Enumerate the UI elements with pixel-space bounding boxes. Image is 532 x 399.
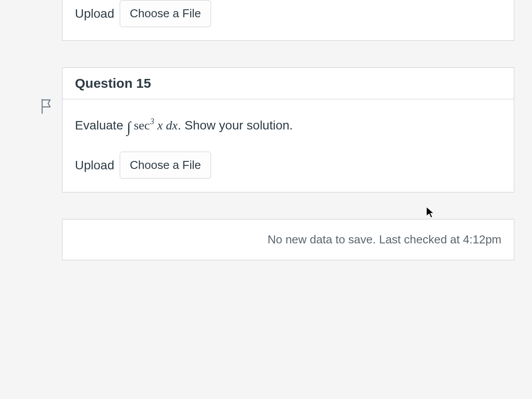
prompt-prefix: Evaluate: [75, 118, 127, 132]
save-status-text: No new data to save. Last checked at 4:1…: [267, 233, 501, 246]
save-status-bar: No new data to save. Last checked at 4:1…: [62, 219, 514, 260]
question-title: Question 15: [75, 76, 151, 91]
func-name: sec: [134, 118, 150, 132]
choose-file-button[interactable]: Choose a File: [120, 152, 211, 179]
choose-file-button[interactable]: Choose a File: [120, 0, 211, 27]
upload-label: Upload: [75, 158, 114, 172]
question-card: Question 15 Evaluate ∫ sec3 x dx. Show y…: [62, 67, 514, 192]
func-exponent: 3: [150, 117, 154, 126]
integral-symbol: ∫: [127, 119, 131, 135]
prompt-suffix: . Show your solution.: [178, 118, 293, 132]
previous-question-card: Upload Choose a File: [62, 0, 514, 41]
question-prompt: Evaluate ∫ sec3 x dx. Show your solution…: [63, 99, 514, 143]
upload-label: Upload: [75, 7, 114, 21]
flag-icon[interactable]: [40, 98, 52, 114]
question-header: Question 15: [63, 68, 514, 99]
upload-row: Upload Choose a File: [63, 0, 514, 40]
upload-row: Upload Choose a File: [63, 143, 514, 192]
var-dx: x dx: [154, 118, 178, 132]
